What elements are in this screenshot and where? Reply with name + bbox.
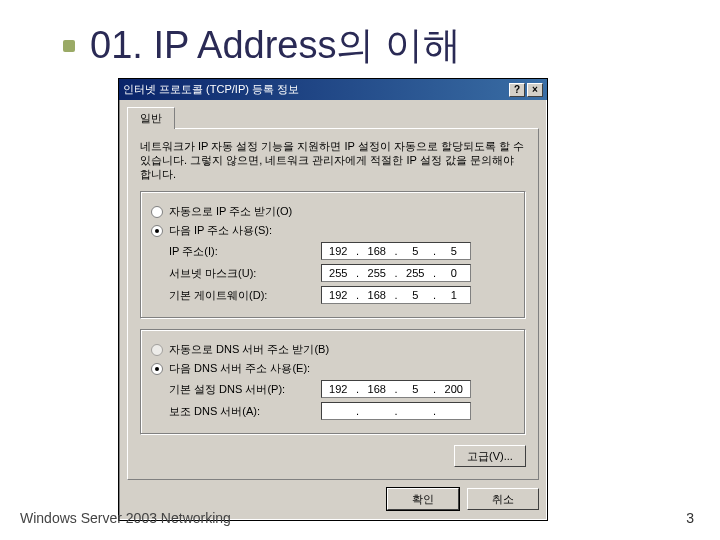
dialog-description: 네트워크가 IP 자동 설정 기능을 지원하면 IP 설정이 자동으로 할당되도… <box>140 139 526 181</box>
ip-octet[interactable]: 0 <box>440 267 468 279</box>
radio-dns-manual[interactable] <box>151 363 163 375</box>
help-icon[interactable]: ? <box>509 83 525 97</box>
ip-octet[interactable]: 1 <box>440 289 468 301</box>
ip-octet[interactable]: 168 <box>363 245 391 257</box>
alternate-dns-label: 보조 DNS 서버(A): <box>151 404 321 419</box>
radio-dns-auto-label: 자동으로 DNS 서버 주소 받기(B) <box>169 342 329 357</box>
tab-general[interactable]: 일반 <box>127 107 175 129</box>
footer-text: Windows Server 2003 Networking <box>20 510 231 526</box>
ip-octet[interactable]: 5 <box>401 289 429 301</box>
ip-octet[interactable]: 192 <box>324 289 352 301</box>
ip-settings-group: 자동으로 IP 주소 받기(O) 다음 IP 주소 사용(S): IP 주소(I… <box>140 191 526 319</box>
alternate-dns-input[interactable]: . . . <box>321 402 471 420</box>
preferred-dns-input[interactable]: 192. 168. 5. 200 <box>321 380 471 398</box>
ip-octet[interactable]: 5 <box>401 245 429 257</box>
tab-strip: 일반 <box>119 100 547 128</box>
radio-dns-auto <box>151 344 163 356</box>
close-icon[interactable]: × <box>527 83 543 97</box>
tab-body: 네트워크가 IP 자동 설정 기능을 지원하면 IP 설정이 자동으로 할당되도… <box>127 128 539 480</box>
gateway-input[interactable]: 192. 168. 5. 1 <box>321 286 471 304</box>
subnet-mask-input[interactable]: 255. 255. 255. 0 <box>321 264 471 282</box>
page-number: 3 <box>686 510 694 526</box>
title-bullet <box>63 40 75 52</box>
radio-ip-manual-label: 다음 IP 주소 사용(S): <box>169 223 272 238</box>
ip-address-label: IP 주소(I): <box>151 244 321 259</box>
ip-octet[interactable]: 200 <box>440 383 468 395</box>
ip-octet[interactable]: 255 <box>401 267 429 279</box>
ip-octet[interactable]: 5 <box>401 383 429 395</box>
radio-ip-manual[interactable] <box>151 225 163 237</box>
slide-title: 01. IP Address의 이해 <box>90 20 461 71</box>
advanced-button[interactable]: 고급(V)... <box>454 445 526 467</box>
subnet-mask-label: 서브넷 마스크(U): <box>151 266 321 281</box>
preferred-dns-label: 기본 설정 DNS 서버(P): <box>151 382 321 397</box>
ok-button[interactable]: 확인 <box>387 488 459 510</box>
ip-octet[interactable]: 168 <box>363 383 391 395</box>
ip-address-input[interactable]: 192. 168. 5. 5 <box>321 242 471 260</box>
dialog-titlebar: 인터넷 프로토콜 (TCP/IP) 등록 정보 ? × <box>119 79 547 100</box>
ip-octet[interactable]: 192 <box>324 383 352 395</box>
cancel-button[interactable]: 취소 <box>467 488 539 510</box>
ip-octet[interactable]: 192 <box>324 245 352 257</box>
ip-octet[interactable]: 255 <box>363 267 391 279</box>
ip-octet[interactable]: 255 <box>324 267 352 279</box>
dns-settings-group: 자동으로 DNS 서버 주소 받기(B) 다음 DNS 서버 주소 사용(E):… <box>140 329 526 435</box>
gateway-label: 기본 게이트웨이(D): <box>151 288 321 303</box>
dialog-title: 인터넷 프로토콜 (TCP/IP) 등록 정보 <box>123 82 299 97</box>
tcpip-properties-dialog: 인터넷 프로토콜 (TCP/IP) 등록 정보 ? × 일반 네트워크가 IP … <box>118 78 548 521</box>
radio-ip-auto[interactable] <box>151 206 163 218</box>
ip-octet[interactable]: 5 <box>440 245 468 257</box>
radio-dns-manual-label: 다음 DNS 서버 주소 사용(E): <box>169 361 310 376</box>
radio-ip-auto-label: 자동으로 IP 주소 받기(O) <box>169 204 292 219</box>
ip-octet[interactable]: 168 <box>363 289 391 301</box>
